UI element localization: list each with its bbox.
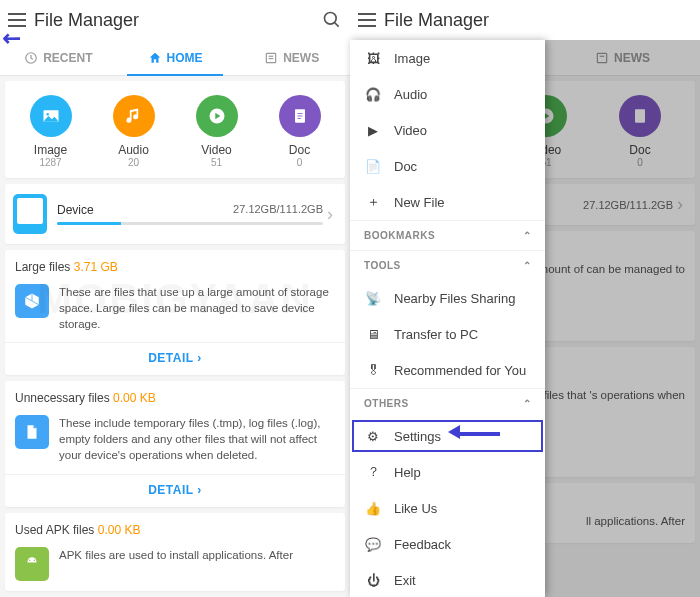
device-label: Device [57, 203, 94, 217]
category-video[interactable]: Video 51 [182, 95, 252, 168]
large-files-size: 3.71 GB [74, 260, 118, 274]
doc-icon [290, 106, 310, 126]
clock-icon [24, 51, 38, 65]
svg-point-14 [34, 559, 36, 561]
drawer-section-bookmarks[interactable]: BOOKMARKS⌃ [350, 220, 545, 250]
unnecessary-desc: These include temporary files (.tmp), lo… [59, 415, 335, 463]
nav-drawer: 🖼Image 🎧Audio ▶Video 📄Doc ＋New File BOOK… [350, 40, 545, 597]
svg-point-0 [325, 13, 337, 25]
file-icon [15, 415, 49, 449]
music-icon [124, 106, 144, 126]
unnecessary-size: 0.00 KB [113, 391, 156, 405]
image-icon [41, 106, 61, 126]
drawer-item-doc[interactable]: 📄Doc [350, 148, 545, 184]
chevron-right-icon: › [323, 204, 337, 225]
storage-progress [57, 222, 323, 225]
drawer-item-audio[interactable]: 🎧Audio [350, 76, 545, 112]
unnecessary-detail[interactable]: DETAIL › [5, 474, 345, 507]
exit-icon: ⏻ [364, 571, 382, 589]
drawer-item-nearby[interactable]: 📡Nearby Files Sharing [350, 280, 545, 316]
gear-icon: ⚙ [364, 427, 382, 445]
drawer-section-tools[interactable]: TOOLS⌃ [350, 250, 545, 280]
drawer-item-transfer[interactable]: 🖥Transfer to PC [350, 316, 545, 352]
image-icon: 🖼 [364, 49, 382, 67]
android-icon [15, 547, 49, 581]
play-icon: ▶ [364, 121, 382, 139]
home-icon [148, 51, 162, 65]
unnecessary-files-card: Unnecessary files 0.00 KB These include … [5, 381, 345, 506]
drawer-item-newfile[interactable]: ＋New File [350, 184, 545, 220]
large-files-desc: These are files that use up a large amou… [59, 284, 335, 332]
hamburger-icon[interactable] [8, 13, 26, 27]
drawer-item-help[interactable]: ？Help [350, 454, 545, 490]
right-screenshot: NEWS Video 51 Doc 0 [350, 0, 700, 597]
category-image[interactable]: Image 1287 [16, 95, 86, 168]
drawer-item-exit[interactable]: ⏻Exit [350, 562, 545, 597]
apk-desc: APK files are used to install applicatio… [59, 547, 293, 581]
category-doc[interactable]: Doc 0 [265, 95, 335, 168]
drawer-item-video[interactable]: ▶Video [350, 112, 545, 148]
left-screenshot: File Manager RECENT HOME NEWS [0, 0, 350, 597]
play-icon [207, 106, 227, 126]
headphones-icon: 🎧 [364, 85, 382, 103]
tab-news[interactable]: NEWS [233, 40, 350, 75]
like-icon: 👍 [364, 499, 382, 517]
drawer-section-others[interactable]: OTHERS⌃ [350, 388, 545, 418]
drawer-item-recommended[interactable]: 🎖Recommended for You [350, 352, 545, 388]
app-header-right: File Manager [350, 0, 700, 40]
large-files-card: Large files 3.71 GB These are files that… [5, 250, 345, 375]
category-audio[interactable]: Audio 20 [99, 95, 169, 168]
device-storage-row[interactable]: Device 27.12GB/111.2GB › [5, 184, 345, 244]
ribbon-icon: 🎖 [364, 361, 382, 379]
device-icon [13, 194, 47, 234]
drawer-item-feedback[interactable]: 💬Feedback [350, 526, 545, 562]
app-title: File Manager [34, 10, 139, 31]
search-icon[interactable] [322, 10, 342, 30]
broadcast-icon: 📡 [364, 289, 382, 307]
pc-icon: 🖥 [364, 325, 382, 343]
newfile-icon: ＋ [364, 193, 382, 211]
app-header: File Manager [0, 0, 350, 40]
tab-bar: RECENT HOME NEWS [0, 40, 350, 76]
chevron-up-icon: ⌃ [523, 230, 532, 241]
doc-icon: 📄 [364, 157, 382, 175]
large-files-detail[interactable]: DETAIL › [5, 342, 345, 375]
home-scroll[interactable]: Image 1287 Audio 20 Video 51 [0, 76, 350, 597]
app-title: File Manager [384, 10, 489, 31]
chevron-up-icon: ⌃ [523, 260, 532, 271]
feedback-icon: 💬 [364, 535, 382, 553]
help-icon: ？ [364, 463, 382, 481]
chevron-up-icon: ⌃ [523, 398, 532, 409]
apk-size: 0.00 KB [98, 523, 141, 537]
drawer-item-image[interactable]: 🖼Image [350, 40, 545, 76]
news-icon [264, 51, 278, 65]
tab-home[interactable]: HOME [117, 40, 234, 75]
annotation-arrow-settings [448, 422, 500, 440]
device-size: 27.12GB/111.2GB [233, 203, 323, 217]
svg-line-1 [335, 23, 339, 27]
cube-icon [15, 284, 49, 318]
apk-files-card: Used APK files 0.00 KB APK files are use… [5, 513, 345, 591]
drawer-item-likeus[interactable]: 👍Like Us [350, 490, 545, 526]
svg-point-7 [46, 113, 49, 116]
hamburger-icon[interactable] [358, 13, 376, 27]
category-row: Image 1287 Audio 20 Video 51 [5, 81, 345, 178]
svg-point-13 [29, 559, 31, 561]
